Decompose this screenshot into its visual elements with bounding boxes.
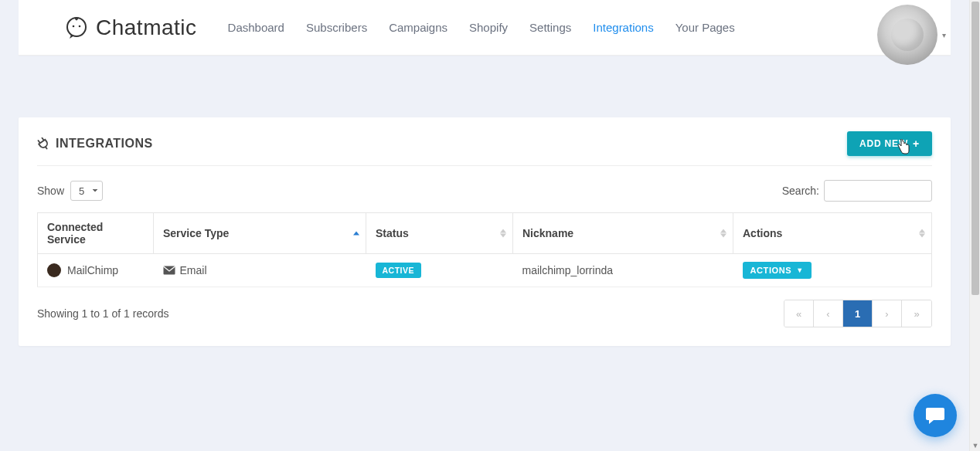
chat-icon	[924, 405, 946, 426]
vertical-scrollbar[interactable]: ▲ ▼	[969, 0, 980, 451]
nav-shopify[interactable]: Shopify	[469, 21, 508, 34]
nav-subscribers[interactable]: Subscribers	[306, 21, 367, 34]
row-actions-button[interactable]: ACTIONS ▼	[743, 262, 812, 279]
sort-icon	[720, 229, 726, 238]
plus-icon: +	[913, 137, 920, 150]
chevron-down-icon: ▾	[942, 31, 946, 39]
avatar	[877, 5, 937, 65]
svg-point-0	[67, 18, 86, 36]
service-type: Email	[180, 264, 207, 276]
col-service-type[interactable]: Service Type	[154, 213, 366, 254]
nav-your-pages[interactable]: Your Pages	[675, 21, 735, 34]
page-number-button[interactable]: 1	[843, 300, 873, 327]
page-last-button[interactable]: »	[902, 300, 931, 327]
col-status[interactable]: Status	[366, 213, 513, 254]
add-new-button[interactable]: ADD NEW +	[847, 131, 932, 156]
service-name: MailChimp	[67, 264, 118, 276]
chat-logo-icon	[65, 16, 90, 39]
brand-logo[interactable]: Chatmatic	[65, 15, 197, 40]
page-title-text: INTEGRATIONS	[56, 137, 153, 151]
nav-dashboard[interactable]: Dashboard	[228, 21, 284, 34]
page-next-button[interactable]: ›	[873, 300, 902, 327]
mailchimp-icon	[47, 263, 61, 277]
actions-label: ACTIONS	[750, 266, 792, 275]
status-badge: ACTIVE	[376, 263, 422, 278]
col-nickname[interactable]: Nickname	[513, 213, 733, 254]
search-input[interactable]	[824, 180, 932, 202]
chat-widget-button[interactable]	[914, 394, 957, 437]
brand-name: Chatmatic	[96, 15, 197, 40]
nav-campaigns[interactable]: Campaigns	[389, 21, 447, 34]
svg-point-1	[73, 25, 75, 27]
records-info: Showing 1 to 1 of 1 records	[37, 307, 168, 320]
table-row: MailChimp Email	[38, 254, 932, 287]
scrollbar-thumb[interactable]	[971, 2, 979, 295]
integrations-table: Connected Service Service Type Status Ni…	[37, 212, 932, 287]
chevron-down-icon: ▼	[796, 266, 804, 274]
page-prev-button[interactable]: ‹	[814, 300, 843, 327]
show-label: Show	[37, 185, 64, 197]
pagination: « ‹ 1 › »	[784, 300, 932, 327]
sort-icon	[500, 229, 506, 238]
profile-menu[interactable]: ▾	[877, 5, 946, 65]
main-nav: Dashboard Subscribers Campaigns Shopify …	[228, 21, 735, 34]
top-navbar: Chatmatic Dashboard Subscribers Campaign…	[19, 0, 951, 56]
col-actions[interactable]: Actions	[733, 213, 932, 254]
plug-icon	[37, 137, 49, 150]
page-first-button[interactable]: «	[784, 300, 814, 327]
sort-icon	[919, 229, 925, 238]
nav-settings[interactable]: Settings	[529, 21, 571, 34]
svg-point-2	[79, 25, 81, 27]
add-new-label: ADD NEW	[859, 138, 908, 149]
nav-integrations[interactable]: Integrations	[593, 21, 653, 34]
col-connected-service[interactable]: Connected Service	[38, 213, 154, 254]
page-size-select[interactable]: 5	[70, 181, 103, 201]
scroll-down-arrow-icon[interactable]: ▼	[970, 440, 980, 451]
integrations-card: INTEGRATIONS ADD NEW + Show 5	[19, 117, 951, 346]
search-label: Search:	[782, 185, 819, 197]
envelope-icon	[163, 266, 175, 275]
page-title: INTEGRATIONS	[37, 137, 153, 151]
nickname-value: mailchimp_lorrinda	[522, 264, 614, 276]
sort-asc-icon	[353, 232, 359, 236]
